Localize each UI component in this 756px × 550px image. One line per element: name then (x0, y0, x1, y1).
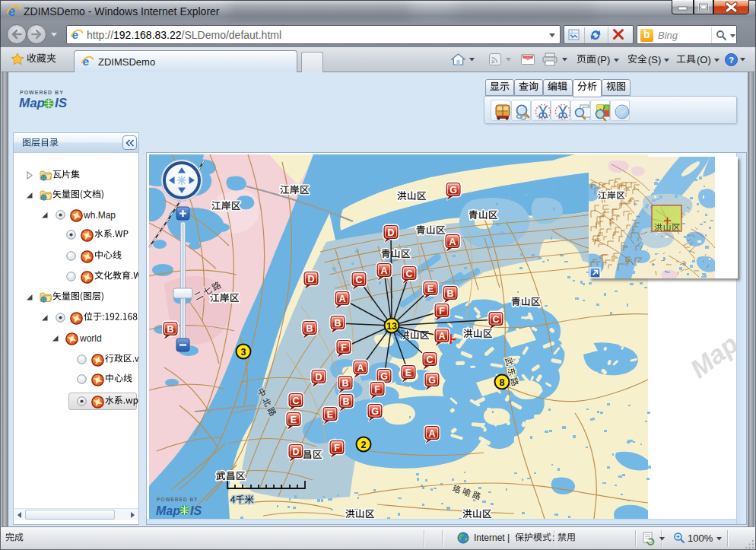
svg-text:E: E (291, 415, 297, 425)
svg-text:IS: IS (190, 504, 202, 517)
svg-text:B: B (342, 396, 349, 407)
svg-text:E: E (427, 284, 434, 294)
svg-text:C: C (355, 275, 362, 285)
svg-text:F: F (341, 342, 347, 353)
svg-text:B: B (334, 318, 341, 329)
svg-text:A: A (428, 428, 435, 439)
svg-text:G: G (449, 185, 457, 196)
svg-text:A: A (357, 363, 364, 374)
svg-text:POWERED BY: POWERED BY (157, 497, 198, 502)
svg-text:B: B (341, 378, 348, 389)
svg-text:8: 8 (500, 377, 505, 388)
svg-text:B: B (306, 323, 313, 334)
svg-text:G: G (371, 406, 379, 417)
svg-text:E: E (405, 367, 411, 378)
svg-text:D: D (387, 227, 394, 238)
svg-text:D: D (292, 447, 299, 457)
svg-text:2: 2 (361, 440, 367, 450)
svg-text:A: A (338, 294, 345, 304)
svg-text:D: D (315, 372, 322, 383)
svg-text:B: B (446, 288, 453, 299)
svg-text:F: F (374, 384, 380, 395)
svg-text:G: G (428, 375, 436, 386)
svg-text:B: B (167, 324, 173, 335)
svg-text:A: A (449, 237, 456, 247)
svg-text:13: 13 (386, 321, 397, 332)
svg-text:A: A (380, 265, 387, 276)
svg-text:E: E (327, 409, 333, 420)
svg-text:D: D (307, 274, 314, 285)
svg-text:C: C (292, 396, 299, 406)
svg-text:?: ? (729, 56, 734, 65)
svg-text:A: A (438, 331, 445, 342)
svg-text:C: C (405, 269, 412, 279)
svg-text:F: F (334, 443, 340, 453)
svg-text:3: 3 (241, 347, 246, 358)
svg-text:C: C (492, 314, 499, 325)
svg-text:G: G (380, 371, 388, 382)
svg-text:C: C (426, 354, 433, 365)
svg-text:F: F (439, 306, 445, 316)
svg-text:Map: Map (156, 504, 180, 517)
